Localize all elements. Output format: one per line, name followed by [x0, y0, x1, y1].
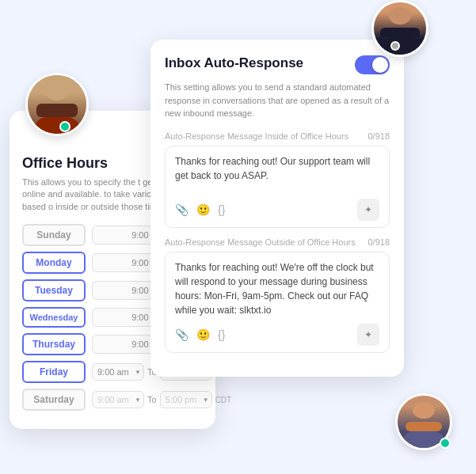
time-from-saturday-wrap: 9:00 am ▼ — [92, 391, 144, 408]
to-label-saturday: To — [147, 395, 157, 404]
time-from-saturday[interactable]: 9:00 am — [92, 391, 144, 408]
day-btn-saturday[interactable]: Saturday — [22, 389, 86, 411]
time-from-friday-wrap: 9:00 am ▼ — [92, 363, 144, 381]
avatar-office-hours — [25, 73, 89, 136]
emoji-icon-outside[interactable]: 🙂 — [196, 328, 210, 341]
avatar-top-right — [371, 0, 428, 57]
tz-saturday: CDT — [215, 396, 232, 404]
inbox-auto-response-card: Inbox Auto-Response This setting allows … — [150, 40, 404, 377]
outside-label: Auto-Response Message Outside of Office … — [165, 237, 356, 247]
toggle-knob — [372, 57, 388, 73]
toggle-auto-response[interactable] — [355, 55, 390, 74]
outside-char-count: 0/918 — [367, 237, 390, 247]
inside-char-count: 0/918 — [367, 131, 390, 141]
code-icon-outside[interactable]: {} — [218, 328, 225, 341]
inside-message-box: Thanks for reaching out! Our support tea… — [165, 146, 390, 228]
day-btn-wednesday[interactable]: Wednesday — [22, 307, 86, 328]
outside-message-text[interactable]: Thanks for reaching out! We're off the c… — [175, 260, 379, 317]
inbox-description: This setting allows you to send a standa… — [165, 81, 390, 120]
status-dot-bottom-right — [440, 438, 451, 449]
time-to-saturday[interactable]: 5:00 pm — [160, 391, 212, 408]
outside-section-header: Auto-Response Message Outside of Office … — [165, 237, 390, 247]
time-to-saturday-wrap: 5:00 pm ▼ — [160, 391, 212, 408]
day-btn-tuesday[interactable]: Tuesday — [22, 279, 86, 301]
time-from-friday[interactable]: 9:00 am — [92, 363, 144, 381]
inbox-title: Inbox Auto-Response — [165, 55, 303, 71]
avatar-image — [28, 75, 86, 134]
attachment-icon-inside[interactable]: 📎 — [175, 203, 188, 216]
outside-toolbar: 📎 🙂 {} ✦ — [175, 324, 379, 346]
status-dot-office-hours — [59, 121, 70, 132]
inside-label: Auto-Response Message Inside of Office H… — [165, 131, 348, 141]
day-btn-monday[interactable]: Monday — [22, 252, 86, 274]
code-icon-inside[interactable]: {} — [218, 203, 225, 216]
ai-button-outside[interactable]: ✦ — [357, 324, 379, 346]
outside-toolbar-icons: 📎 🙂 {} — [175, 328, 225, 341]
day-btn-thursday[interactable]: Thursday — [22, 333, 86, 355]
avatar-image — [374, 2, 426, 55]
attachment-icon-outside[interactable]: 📎 — [175, 328, 188, 341]
inside-message-text[interactable]: Thanks for reaching out! Our support tea… — [175, 154, 379, 192]
day-btn-friday[interactable]: Friday — [22, 361, 86, 383]
day-row-saturday: Saturday 9:00 am ▼ To 5:00 pm ▼ CDT — [22, 389, 203, 411]
emoji-icon-inside[interactable]: 🙂 — [196, 203, 210, 216]
day-btn-sunday[interactable]: Sunday — [22, 224, 86, 246]
time-range-saturday: 9:00 am ▼ To 5:00 pm ▼ CDT — [92, 391, 231, 408]
inside-toolbar-icons: 📎 🙂 {} — [175, 203, 225, 216]
inside-section-header: Auto-Response Message Inside of Office H… — [165, 131, 390, 141]
inside-toolbar: 📎 🙂 {} ✦ — [175, 199, 379, 221]
ai-button-inside[interactable]: ✦ — [357, 199, 379, 221]
status-dot-top-right — [390, 41, 400, 51]
inbox-header: Inbox Auto-Response — [165, 55, 390, 74]
outside-message-box: Thanks for reaching out! We're off the c… — [165, 252, 390, 353]
